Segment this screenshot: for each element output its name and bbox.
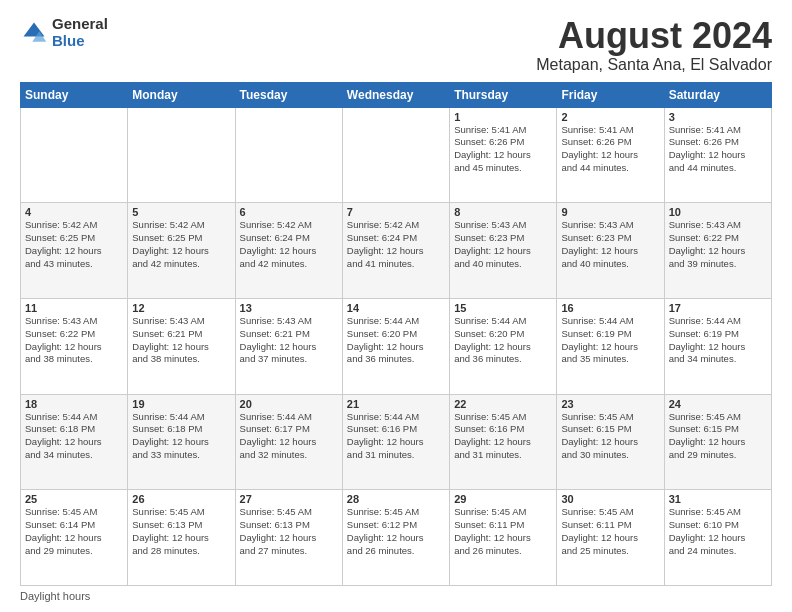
day-info: Sunrise: 5:41 AMSunset: 6:26 PMDaylight:…	[561, 124, 659, 175]
day-info: Sunrise: 5:45 AMSunset: 6:15 PMDaylight:…	[561, 411, 659, 462]
day-info: Sunrise: 5:44 AMSunset: 6:18 PMDaylight:…	[25, 411, 123, 462]
day-header-friday: Friday	[557, 82, 664, 107]
day-number: 15	[454, 302, 552, 314]
calendar-cell: 12Sunrise: 5:43 AMSunset: 6:21 PMDayligh…	[128, 298, 235, 394]
calendar-cell: 28Sunrise: 5:45 AMSunset: 6:12 PMDayligh…	[342, 490, 449, 586]
calendar-cell: 6Sunrise: 5:42 AMSunset: 6:24 PMDaylight…	[235, 203, 342, 299]
calendar-week-3: 11Sunrise: 5:43 AMSunset: 6:22 PMDayligh…	[21, 298, 772, 394]
calendar-cell: 1Sunrise: 5:41 AMSunset: 6:26 PMDaylight…	[450, 107, 557, 203]
calendar-cell: 22Sunrise: 5:45 AMSunset: 6:16 PMDayligh…	[450, 394, 557, 490]
day-number: 22	[454, 398, 552, 410]
title-block: August 2024 Metapan, Santa Ana, El Salva…	[536, 16, 772, 74]
calendar-week-1: 1Sunrise: 5:41 AMSunset: 6:26 PMDaylight…	[21, 107, 772, 203]
day-number: 20	[240, 398, 338, 410]
calendar-cell: 15Sunrise: 5:44 AMSunset: 6:20 PMDayligh…	[450, 298, 557, 394]
calendar-cell: 31Sunrise: 5:45 AMSunset: 6:10 PMDayligh…	[664, 490, 771, 586]
day-number: 30	[561, 493, 659, 505]
logo-general: General	[52, 16, 108, 33]
calendar-cell: 11Sunrise: 5:43 AMSunset: 6:22 PMDayligh…	[21, 298, 128, 394]
calendar-cell: 13Sunrise: 5:43 AMSunset: 6:21 PMDayligh…	[235, 298, 342, 394]
calendar-cell	[235, 107, 342, 203]
page: General Blue August 2024 Metapan, Santa …	[0, 0, 792, 612]
day-number: 3	[669, 111, 767, 123]
calendar-cell: 9Sunrise: 5:43 AMSunset: 6:23 PMDaylight…	[557, 203, 664, 299]
day-header-monday: Monday	[128, 82, 235, 107]
calendar-cell: 26Sunrise: 5:45 AMSunset: 6:13 PMDayligh…	[128, 490, 235, 586]
day-header-sunday: Sunday	[21, 82, 128, 107]
day-number: 13	[240, 302, 338, 314]
header: General Blue August 2024 Metapan, Santa …	[20, 16, 772, 74]
day-info: Sunrise: 5:45 AMSunset: 6:12 PMDaylight:…	[347, 506, 445, 557]
calendar-cell: 10Sunrise: 5:43 AMSunset: 6:22 PMDayligh…	[664, 203, 771, 299]
calendar-cell: 30Sunrise: 5:45 AMSunset: 6:11 PMDayligh…	[557, 490, 664, 586]
calendar-cell: 18Sunrise: 5:44 AMSunset: 6:18 PMDayligh…	[21, 394, 128, 490]
day-number: 28	[347, 493, 445, 505]
day-number: 16	[561, 302, 659, 314]
logo-blue: Blue	[52, 33, 108, 50]
calendar-cell: 24Sunrise: 5:45 AMSunset: 6:15 PMDayligh…	[664, 394, 771, 490]
day-info: Sunrise: 5:41 AMSunset: 6:26 PMDaylight:…	[669, 124, 767, 175]
calendar-cell: 8Sunrise: 5:43 AMSunset: 6:23 PMDaylight…	[450, 203, 557, 299]
calendar-cell: 27Sunrise: 5:45 AMSunset: 6:13 PMDayligh…	[235, 490, 342, 586]
logo-icon	[20, 19, 48, 47]
day-info: Sunrise: 5:41 AMSunset: 6:26 PMDaylight:…	[454, 124, 552, 175]
day-number: 2	[561, 111, 659, 123]
day-number: 11	[25, 302, 123, 314]
day-info: Sunrise: 5:43 AMSunset: 6:23 PMDaylight:…	[454, 219, 552, 270]
day-info: Sunrise: 5:43 AMSunset: 6:23 PMDaylight:…	[561, 219, 659, 270]
day-info: Sunrise: 5:42 AMSunset: 6:24 PMDaylight:…	[240, 219, 338, 270]
day-info: Sunrise: 5:45 AMSunset: 6:11 PMDaylight:…	[454, 506, 552, 557]
day-info: Sunrise: 5:42 AMSunset: 6:25 PMDaylight:…	[132, 219, 230, 270]
calendar-cell: 23Sunrise: 5:45 AMSunset: 6:15 PMDayligh…	[557, 394, 664, 490]
day-info: Sunrise: 5:44 AMSunset: 6:20 PMDaylight:…	[347, 315, 445, 366]
day-info: Sunrise: 5:43 AMSunset: 6:22 PMDaylight:…	[669, 219, 767, 270]
logo-text: General Blue	[52, 16, 108, 49]
day-info: Sunrise: 5:45 AMSunset: 6:13 PMDaylight:…	[240, 506, 338, 557]
calendar-week-4: 18Sunrise: 5:44 AMSunset: 6:18 PMDayligh…	[21, 394, 772, 490]
calendar-cell: 25Sunrise: 5:45 AMSunset: 6:14 PMDayligh…	[21, 490, 128, 586]
day-header-tuesday: Tuesday	[235, 82, 342, 107]
calendar-cell: 3Sunrise: 5:41 AMSunset: 6:26 PMDaylight…	[664, 107, 771, 203]
day-number: 5	[132, 206, 230, 218]
day-number: 1	[454, 111, 552, 123]
calendar-cell: 20Sunrise: 5:44 AMSunset: 6:17 PMDayligh…	[235, 394, 342, 490]
day-info: Sunrise: 5:43 AMSunset: 6:21 PMDaylight:…	[240, 315, 338, 366]
day-info: Sunrise: 5:42 AMSunset: 6:24 PMDaylight:…	[347, 219, 445, 270]
day-number: 6	[240, 206, 338, 218]
calendar-cell	[128, 107, 235, 203]
calendar-table: SundayMondayTuesdayWednesdayThursdayFrid…	[20, 82, 772, 586]
calendar-cell	[21, 107, 128, 203]
day-number: 18	[25, 398, 123, 410]
day-info: Sunrise: 5:45 AMSunset: 6:15 PMDaylight:…	[669, 411, 767, 462]
day-number: 25	[25, 493, 123, 505]
day-header-wednesday: Wednesday	[342, 82, 449, 107]
day-number: 14	[347, 302, 445, 314]
calendar-cell: 21Sunrise: 5:44 AMSunset: 6:16 PMDayligh…	[342, 394, 449, 490]
day-info: Sunrise: 5:44 AMSunset: 6:20 PMDaylight:…	[454, 315, 552, 366]
calendar-cell: 2Sunrise: 5:41 AMSunset: 6:26 PMDaylight…	[557, 107, 664, 203]
day-header-saturday: Saturday	[664, 82, 771, 107]
day-info: Sunrise: 5:44 AMSunset: 6:18 PMDaylight:…	[132, 411, 230, 462]
day-number: 19	[132, 398, 230, 410]
calendar-cell: 7Sunrise: 5:42 AMSunset: 6:24 PMDaylight…	[342, 203, 449, 299]
calendar-cell: 5Sunrise: 5:42 AMSunset: 6:25 PMDaylight…	[128, 203, 235, 299]
footer-note: Daylight hours	[20, 590, 772, 602]
day-number: 26	[132, 493, 230, 505]
day-info: Sunrise: 5:44 AMSunset: 6:19 PMDaylight:…	[561, 315, 659, 366]
calendar-title: August 2024	[536, 16, 772, 56]
day-number: 23	[561, 398, 659, 410]
day-number: 9	[561, 206, 659, 218]
day-number: 21	[347, 398, 445, 410]
day-number: 8	[454, 206, 552, 218]
day-number: 10	[669, 206, 767, 218]
day-number: 17	[669, 302, 767, 314]
day-number: 12	[132, 302, 230, 314]
day-info: Sunrise: 5:43 AMSunset: 6:22 PMDaylight:…	[25, 315, 123, 366]
day-info: Sunrise: 5:44 AMSunset: 6:19 PMDaylight:…	[669, 315, 767, 366]
day-number: 29	[454, 493, 552, 505]
calendar-week-2: 4Sunrise: 5:42 AMSunset: 6:25 PMDaylight…	[21, 203, 772, 299]
day-info: Sunrise: 5:44 AMSunset: 6:17 PMDaylight:…	[240, 411, 338, 462]
day-info: Sunrise: 5:45 AMSunset: 6:16 PMDaylight:…	[454, 411, 552, 462]
day-info: Sunrise: 5:43 AMSunset: 6:21 PMDaylight:…	[132, 315, 230, 366]
day-number: 24	[669, 398, 767, 410]
